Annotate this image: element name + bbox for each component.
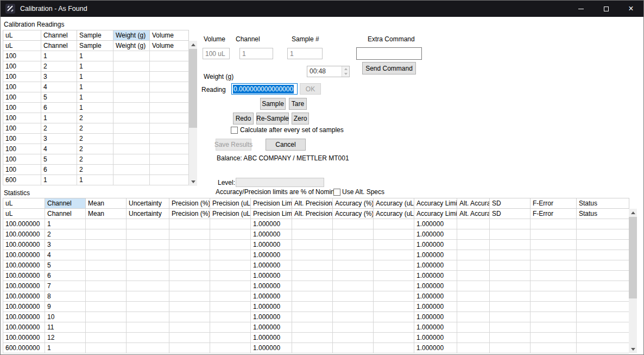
cell[interactable] <box>457 229 490 240</box>
cell[interactable]: 1.000000 <box>414 291 457 302</box>
cell[interactable] <box>457 281 490 291</box>
cell[interactable] <box>210 250 251 260</box>
cell[interactable]: 1 <box>77 92 113 103</box>
cell[interactable] <box>577 302 629 312</box>
cell[interactable] <box>374 271 414 281</box>
cell[interactable]: 100.000000 <box>3 281 45 291</box>
table-row[interactable]: 10062 <box>3 165 189 175</box>
cell[interactable] <box>150 72 189 82</box>
cell[interactable] <box>169 281 210 291</box>
cell[interactable]: 100.000000 <box>3 312 45 322</box>
cell[interactable] <box>531 260 577 271</box>
cell[interactable] <box>113 154 150 165</box>
cell[interactable] <box>127 229 169 240</box>
cell[interactable]: 6 <box>41 165 77 175</box>
cell[interactable] <box>169 291 210 302</box>
cell[interactable]: 1.000000 <box>414 281 457 291</box>
cell[interactable]: 1.000000 <box>414 333 457 343</box>
cell[interactable] <box>292 250 333 260</box>
cell[interactable] <box>333 250 374 260</box>
column-header[interactable]: Volume <box>150 30 189 41</box>
cell[interactable]: 1 <box>77 82 113 92</box>
use-alt-specs-checkbox[interactable] <box>333 189 340 196</box>
cell[interactable] <box>113 175 150 185</box>
cell[interactable] <box>86 291 127 302</box>
table-row[interactable]: 100.00000081.0000001.000000 <box>3 291 629 302</box>
column-header-secondary[interactable]: SD <box>490 209 531 219</box>
cell[interactable] <box>210 281 251 291</box>
column-header-secondary[interactable]: Weight (g) <box>113 41 150 51</box>
cell[interactable] <box>531 250 577 260</box>
cell[interactable] <box>531 281 577 291</box>
cell[interactable] <box>457 312 490 322</box>
scrollbar-thumb[interactable] <box>629 217 637 298</box>
sample-button[interactable]: Sample <box>260 98 286 110</box>
column-header[interactable]: uL <box>3 198 45 209</box>
column-header-secondary[interactable]: uL <box>3 209 45 219</box>
column-header-secondary[interactable]: Accuracy (uL) <box>374 209 414 219</box>
table-row[interactable]: 10061 <box>3 103 189 113</box>
cell[interactable] <box>292 343 333 353</box>
table-row[interactable]: 10021 <box>3 61 189 72</box>
column-header[interactable]: SD <box>490 198 531 209</box>
cell[interactable] <box>150 123 189 134</box>
cell[interactable] <box>150 134 189 144</box>
cell[interactable] <box>292 240 333 250</box>
cell[interactable]: 1.000000 <box>251 260 292 271</box>
cell[interactable] <box>333 281 374 291</box>
cell[interactable] <box>210 219 251 229</box>
cell[interactable] <box>490 219 531 229</box>
cell[interactable] <box>333 229 374 240</box>
cell[interactable]: 100.000000 <box>3 229 45 240</box>
cell[interactable] <box>490 250 531 260</box>
cell[interactable] <box>457 250 490 260</box>
column-header[interactable]: Channel <box>41 30 77 41</box>
column-header[interactable]: Accuracy (uL) <box>374 198 414 209</box>
table-row[interactable]: 100.00000021.0000001.000000 <box>3 229 629 240</box>
table-row[interactable]: 10031 <box>3 72 189 82</box>
cell[interactable] <box>150 103 189 113</box>
cell[interactable] <box>577 240 629 250</box>
cell[interactable] <box>490 260 531 271</box>
table-row[interactable]: 10042 <box>3 144 189 154</box>
table-row[interactable]: 100.000000111.0000001.000000 <box>3 322 629 333</box>
column-header[interactable]: Accuracy (%) <box>333 198 374 209</box>
cell[interactable] <box>113 134 150 144</box>
cancel-button[interactable]: Cancel <box>266 139 306 151</box>
column-header[interactable]: F-Error <box>531 198 577 209</box>
column-header-secondary[interactable]: Mean <box>86 209 127 219</box>
table-row[interactable]: 10041 <box>3 82 189 92</box>
cell[interactable]: 12 <box>45 333 86 343</box>
cell[interactable] <box>210 260 251 271</box>
cell[interactable]: 100 <box>3 154 41 165</box>
cell[interactable] <box>113 113 150 123</box>
sample-number-input[interactable] <box>287 48 323 59</box>
table-row[interactable]: 100.00000051.0000001.000000 <box>3 260 629 271</box>
cell[interactable] <box>531 343 577 353</box>
cell[interactable] <box>292 302 333 312</box>
column-header-secondary[interactable]: Uncertainty <box>127 209 169 219</box>
cell[interactable] <box>113 82 150 92</box>
cell[interactable] <box>531 302 577 312</box>
cell[interactable] <box>169 240 210 250</box>
cell[interactable] <box>210 302 251 312</box>
cell[interactable] <box>210 322 251 333</box>
cell[interactable] <box>374 240 414 250</box>
column-header[interactable]: uL <box>3 30 41 41</box>
cell[interactable]: 100.000000 <box>3 302 45 312</box>
cell[interactable] <box>333 302 374 312</box>
tare-button[interactable]: Tare <box>289 98 307 110</box>
table-row[interactable]: 100.000000101.0000001.000000 <box>3 312 629 322</box>
cell[interactable] <box>86 260 127 271</box>
cell[interactable] <box>86 302 127 312</box>
column-header-secondary[interactable]: Sample <box>77 41 113 51</box>
cell[interactable]: 100 <box>3 82 41 92</box>
table-row[interactable]: 100.00000011.0000001.000000 <box>3 219 629 229</box>
timer-field[interactable]: 00:48 <box>307 66 350 77</box>
cell[interactable]: 1 <box>77 61 113 72</box>
column-header[interactable]: Precision (uL) <box>210 198 251 209</box>
cell[interactable] <box>169 260 210 271</box>
cell[interactable]: 1.000000 <box>251 240 292 250</box>
cell[interactable] <box>113 165 150 175</box>
cell[interactable] <box>127 312 169 322</box>
